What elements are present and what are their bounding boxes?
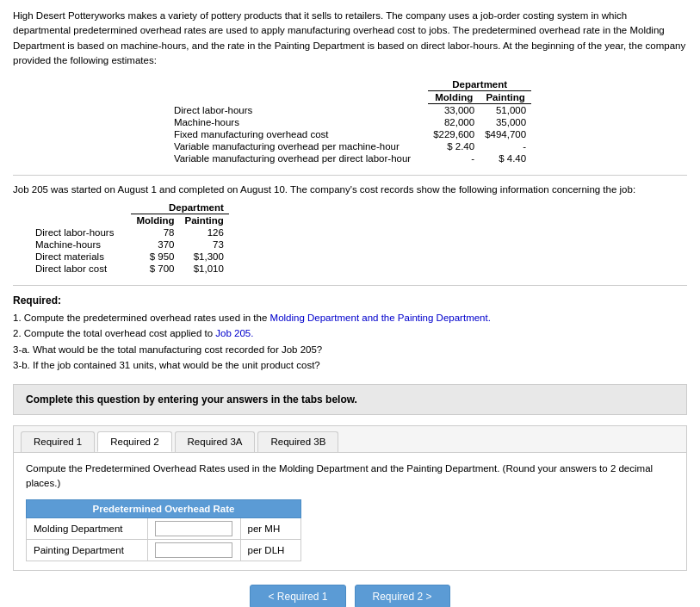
tab-required-3b[interactable]: Required 3B — [257, 431, 338, 452]
dept-label: Painting Department — [27, 540, 148, 561]
unit-label: per MH — [240, 518, 300, 540]
row-label: Direct labor-hours — [169, 104, 428, 117]
tab-required-1[interactable]: Required 1 — [21, 431, 95, 452]
tab-required-3a[interactable]: Required 3A — [175, 431, 256, 452]
painting-value: 73 — [179, 238, 228, 251]
tab-required-2[interactable]: Required 2 — [97, 431, 171, 452]
overhead-row: Painting Department per DLH — [27, 540, 301, 561]
job-painting-header: Painting — [179, 214, 228, 227]
required-title: Required: — [13, 294, 687, 307]
nav-buttons: < Required 1 Required 2 > — [13, 585, 687, 607]
molding-value: 33,000 — [428, 104, 480, 117]
job-molding-header: Molding — [131, 214, 179, 227]
required-item: 3-b. If the job contained 31 units, what… — [13, 357, 687, 373]
tab-content-area: Compute the Predetermined Overhead Rates… — [14, 453, 686, 571]
row-label: Direct labor-hours — [30, 226, 131, 238]
overhead-rate-input[interactable] — [155, 542, 232, 558]
job-dept-header: Department — [131, 201, 228, 214]
question-box: Complete this question by entering your … — [13, 384, 687, 415]
overhead-table-header: Predetermined Overhead Rate — [27, 500, 301, 518]
overhead-table: Predetermined Overhead Rate Molding Depa… — [26, 499, 301, 561]
row-label: Direct materials — [30, 251, 131, 263]
required-item: 2. Compute the total overhead cost appli… — [13, 325, 687, 341]
highlight-text: Job 205. — [215, 328, 253, 338]
painting-value: - — [480, 140, 531, 152]
overhead-input-cell[interactable] — [147, 540, 240, 561]
row-label: Direct labor cost — [30, 263, 131, 275]
table-row: Machine-hours 370 73 — [30, 238, 229, 251]
required-item: 3-a. What would be the total manufacturi… — [13, 342, 687, 357]
molding-value: 82,000 — [428, 116, 480, 128]
row-label: Machine-hours — [30, 238, 131, 251]
row-label: Variable manufacturing overhead per dire… — [169, 152, 428, 164]
molding-value: 78 — [131, 226, 179, 238]
table-row: Fixed manufacturing overhead cost $229,6… — [169, 128, 531, 140]
table-row: Direct materials $ 950 $1,300 — [30, 251, 229, 263]
dept-label: Molding Department — [27, 518, 148, 540]
required-list: 1. Compute the predetermined overhead ra… — [13, 310, 687, 374]
table-row: Machine-hours 82,000 35,000 — [169, 116, 531, 128]
tabs-header: Required 1Required 2Required 3ARequired … — [14, 426, 686, 453]
overhead-rate-input[interactable] — [155, 521, 232, 536]
molding-value: $ 950 — [131, 251, 179, 263]
tab-description: Compute the Predetermined Overhead Rates… — [26, 461, 674, 492]
table-row: Direct labor-hours 33,000 51,000 — [169, 104, 531, 117]
next-button[interactable]: Required 2 > — [355, 585, 450, 607]
row-label: Machine-hours — [169, 116, 428, 128]
molding-value: $229,600 — [428, 128, 480, 140]
overhead-row: Molding Department per MH — [27, 518, 301, 540]
molding-value: 370 — [131, 238, 179, 251]
painting-value: $ 4.40 — [480, 152, 531, 164]
highlight-text: Molding Department and the Painting Depa… — [270, 313, 491, 323]
row-label: Variable manufacturing overhead per mach… — [169, 140, 428, 152]
painting-value: $1,300 — [179, 251, 228, 263]
painting-value: 51,000 — [480, 104, 531, 117]
job-table: Department Molding Painting Direct labor… — [30, 201, 229, 275]
table-row: Variable manufacturing overhead per mach… — [169, 140, 531, 152]
molding-value: $ 700 — [131, 263, 179, 275]
painting-value: 126 — [179, 226, 228, 238]
dept-estimates-table: Department Molding Painting Direct labor… — [169, 78, 531, 164]
row-label: Fixed manufacturing overhead cost — [169, 128, 428, 140]
required-item: 1. Compute the predetermined overhead ra… — [13, 310, 687, 325]
overhead-input-cell[interactable] — [147, 518, 240, 540]
table-row: Direct labor cost $ 700 $1,010 — [30, 263, 229, 275]
painting-value: $1,010 — [179, 263, 228, 275]
painting-value: 35,000 — [480, 116, 531, 128]
molding-value: $ 2.40 — [428, 140, 480, 152]
tabs-container: Required 1Required 2Required 3ARequired … — [13, 425, 687, 572]
molding-value: - — [428, 152, 480, 164]
table-row: Variable manufacturing overhead per dire… — [169, 152, 531, 164]
intro-text: High Desert Potteryworks makes a variety… — [13, 9, 687, 68]
molding-col-header: Molding — [428, 91, 480, 104]
job-description: Job 205 was started on August 1 and comp… — [13, 184, 687, 195]
table-row: Direct labor-hours 78 126 — [30, 226, 229, 238]
dept-header: Department — [428, 78, 531, 91]
painting-col-header: Painting — [480, 91, 531, 104]
unit-label: per DLH — [240, 540, 300, 561]
prev-button[interactable]: < Required 1 — [250, 585, 345, 607]
painting-value: $494,700 — [480, 128, 531, 140]
